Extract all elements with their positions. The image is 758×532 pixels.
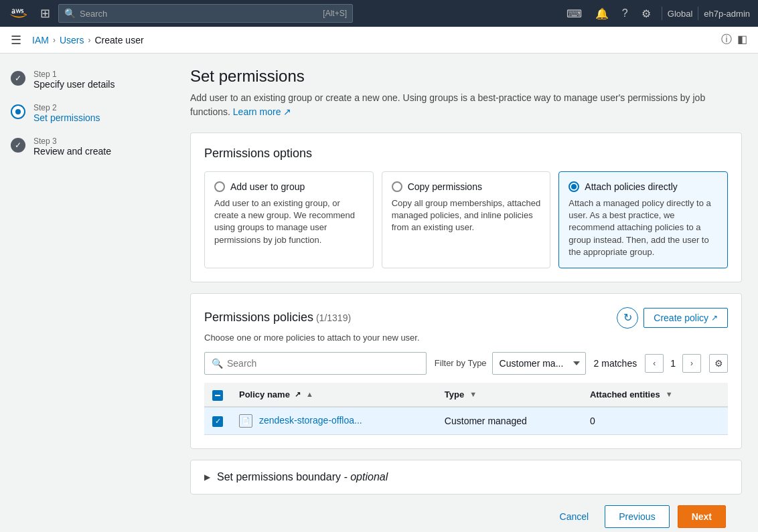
row-attached-entities-cell: 0 xyxy=(582,407,728,435)
option-3-desc: Attach a managed policy directly to a us… xyxy=(568,197,718,258)
th-policy-name: Policy name ↗ ▲ xyxy=(231,383,437,407)
step-1-label: Step 1 xyxy=(33,70,115,79)
bell-icon[interactable]: 🔔 xyxy=(590,5,614,23)
permission-option-attach-policies[interactable]: Attach policies directly Attach a manage… xyxy=(558,171,728,268)
header-checkbox[interactable] xyxy=(212,390,223,401)
aws-logo[interactable] xyxy=(8,5,32,21)
th-attached-entities: Attached entities ▼ xyxy=(582,383,728,407)
option-2-desc: Copy all group memberships, attached man… xyxy=(392,197,541,234)
ext-link-icon: ↗ xyxy=(295,390,301,399)
policy-name-link[interactable]: zendesk-storage-offloa... xyxy=(259,415,362,426)
filter-type-label: Filter by Type xyxy=(435,358,487,368)
permissions-options-title: Permissions options xyxy=(204,147,728,161)
nav-divider-2 xyxy=(698,7,698,20)
apps-icon[interactable]: ⊞ xyxy=(37,3,53,23)
help-icon[interactable]: ? xyxy=(617,5,633,22)
policy-type-icon: 📄 xyxy=(239,414,252,428)
row-checkbox[interactable]: ✓ xyxy=(212,416,223,427)
policies-count-val: (1/1319) xyxy=(316,313,351,323)
option-2-header: Copy permissions xyxy=(392,181,541,192)
filter-type-area: Filter by Type Customer ma... xyxy=(435,352,586,375)
permissions-options-card: Permissions options Add user to group Ad… xyxy=(190,132,742,282)
optional-title: Set permissions boundary - optional xyxy=(217,471,388,483)
radio-dot xyxy=(571,184,577,189)
policy-search-input[interactable] xyxy=(227,358,419,369)
previous-button[interactable]: Previous xyxy=(605,505,669,528)
global-search-input[interactable] xyxy=(80,9,319,19)
sub-nav-icons: ⓘ ◧ xyxy=(721,33,747,47)
policy-search-wrap[interactable]: 🔍 xyxy=(204,352,427,375)
top-navigation: ⊞ 🔍 [Alt+S] ⌨ 🔔 ? ⚙ Global eh7p-admin xyxy=(0,0,758,27)
cancel-button[interactable]: Cancel xyxy=(552,506,597,527)
prev-page-button[interactable]: ‹ xyxy=(645,354,664,373)
sub-navigation: ☰ IAM › Users › Create user ⓘ ◧ xyxy=(0,27,758,54)
feedback-icon[interactable]: ◧ xyxy=(737,33,747,47)
breadcrumb-users[interactable]: Users xyxy=(60,35,84,46)
nav-icons: ⌨ 🔔 ? ⚙ Global eh7p-admin xyxy=(561,5,750,23)
policies-subtitle: Choose one or more policies to attach to… xyxy=(204,333,728,343)
optional-suffix: - optional xyxy=(344,471,388,482)
policies-title: Permissions policies xyxy=(204,311,313,324)
table-settings-button[interactable]: ⚙ xyxy=(709,354,728,373)
row-type-cell: Customer managed xyxy=(437,407,582,435)
page-description: Add user to an existing group or create … xyxy=(190,91,742,119)
radio-copy-permissions[interactable] xyxy=(392,181,402,192)
page-title: Set permissions xyxy=(190,67,742,86)
breadcrumb-current: Create user xyxy=(94,35,143,46)
breadcrumb-iam[interactable]: IAM xyxy=(32,35,49,46)
step-2-circle xyxy=(11,104,25,119)
optional-section[interactable]: ▶ Set permissions boundary - optional xyxy=(190,460,742,495)
expand-icon: ▶ xyxy=(204,472,210,482)
global-search-bar[interactable]: 🔍 [Alt+S] xyxy=(58,4,353,23)
footer-actions: Cancel Previous Next xyxy=(190,495,742,532)
permission-option-copy-permissions[interactable]: Copy permissions Copy all group membersh… xyxy=(382,171,551,268)
table-row[interactable]: ✓ 📄 zendesk-storage-offloa... Customer m… xyxy=(204,407,728,435)
region-selector[interactable]: Global xyxy=(668,9,693,19)
row-checkbox-cell: ✓ xyxy=(204,407,231,435)
learn-more-link[interactable]: Learn more ↗ xyxy=(233,106,291,117)
create-policy-button[interactable]: Create policy ↗ xyxy=(643,308,728,328)
breadcrumb-sep-1: › xyxy=(53,35,56,45)
permissions-options-body: Permissions options Add user to group Ad… xyxy=(191,133,741,282)
permission-option-add-to-group[interactable]: Add user to group Add user to an existin… xyxy=(204,171,374,268)
th-type: Type ▼ xyxy=(437,383,582,407)
search-icon: 🔍 xyxy=(64,8,76,19)
step-1-name: Specify user details xyxy=(33,79,115,90)
type-col-label: Type xyxy=(445,389,464,400)
partial-line xyxy=(215,395,220,396)
radio-add-to-group[interactable] xyxy=(214,181,225,192)
menu-icon[interactable]: ☰ xyxy=(11,33,21,48)
option-1-header: Add user to group xyxy=(214,181,364,192)
user-menu[interactable]: eh7p-admin xyxy=(704,9,750,19)
breadcrumb: IAM › Users › Create user xyxy=(32,35,144,46)
next-page-button[interactable]: › xyxy=(682,354,701,373)
page-number: 1 xyxy=(666,358,680,369)
next-button[interactable]: Next xyxy=(678,505,726,528)
filter-row: 🔍 Filter by Type Customer ma... 2 matche… xyxy=(204,352,728,375)
matches-count: 2 matches xyxy=(594,358,637,369)
step-1-info: Step 1 Specify user details xyxy=(33,70,115,90)
checkbox-check-icon: ✓ xyxy=(215,417,221,426)
radio-attach-policies[interactable] xyxy=(568,181,579,192)
settings-icon[interactable]: ⚙ xyxy=(636,5,656,23)
terminal-icon[interactable]: ⌨ xyxy=(561,5,587,23)
pagination-controls: ‹ 1 › xyxy=(645,354,701,373)
policy-name-sort-icon[interactable]: ▲ xyxy=(306,390,313,398)
th-checkbox xyxy=(204,383,231,407)
step-2: Step 2 Set permissions xyxy=(11,103,163,123)
step-1-circle: ✓ xyxy=(11,71,25,86)
type-sort-icon[interactable]: ▼ xyxy=(469,390,477,398)
filter-type-select[interactable]: Customer ma... xyxy=(492,352,586,375)
step-2-info: Step 2 Set permissions xyxy=(33,103,100,123)
step-3-name: Review and create xyxy=(33,146,111,157)
info-icon[interactable]: ⓘ xyxy=(721,33,732,47)
option-1-title: Add user to group xyxy=(230,181,305,192)
option-1-desc: Add user to an existing group, or create… xyxy=(214,197,364,246)
external-link-icon: ↗ xyxy=(711,313,718,323)
attached-entities-col-label: Attached entities xyxy=(590,389,660,400)
step-2-dot xyxy=(15,109,21,114)
table-header-row: Policy name ↗ ▲ Type ▼ xyxy=(204,383,728,407)
policies-actions: ↻ Create policy ↗ xyxy=(617,307,728,329)
attached-sort-icon[interactable]: ▼ xyxy=(666,390,673,398)
refresh-button[interactable]: ↻ xyxy=(617,307,638,329)
